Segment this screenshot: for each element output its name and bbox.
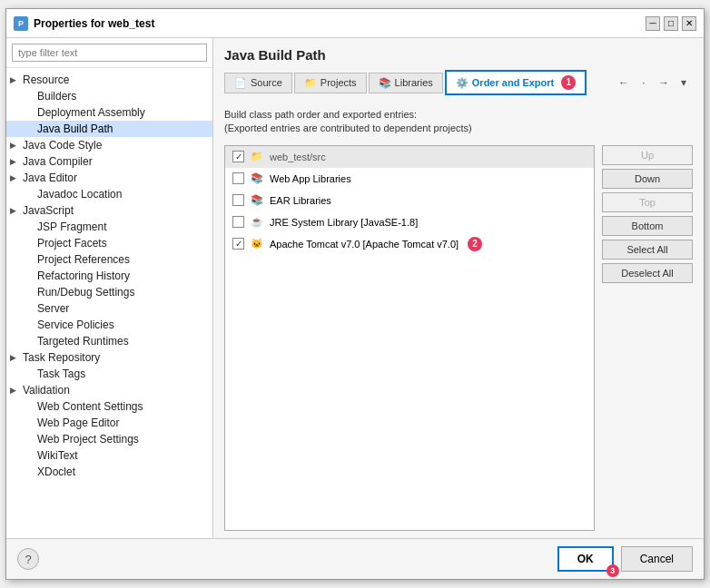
description-line2: (Exported entries are contributed to dep… — [224, 122, 472, 133]
sidebar-item[interactable]: Javadoc Location — [6, 186, 212, 202]
tab-icon: ⚙️ — [456, 77, 468, 89]
nav-back-button[interactable]: ← — [615, 74, 633, 92]
expand-arrow-icon: ▶ — [10, 353, 19, 362]
sidebar-item[interactable]: ▶JavaScript — [6, 202, 212, 219]
help-button[interactable]: ? — [17, 548, 39, 570]
filter-input[interactable] — [12, 44, 207, 62]
sidebar-item[interactable]: Server — [6, 300, 212, 317]
sidebar-item[interactable]: Service Policies — [6, 317, 212, 333]
tab-order-and-export[interactable]: ⚙️ Order and Export1 — [445, 70, 587, 95]
main-panel: Java Build Path 📄 Source📁 Projects📚 Libr… — [213, 38, 704, 538]
sidebar-item-label: Validation — [23, 384, 70, 397]
close-button[interactable]: ✕ — [682, 16, 696, 31]
entry-item[interactable]: 🐱Apache Tomcat v7.0 [Apache Tomcat v7.0]… — [225, 233, 594, 255]
sidebar-item[interactable]: ▶Java Editor — [6, 170, 212, 186]
select-all-button[interactable]: Select All — [602, 240, 693, 260]
tab-projects[interactable]: 📁 Projects — [294, 73, 367, 93]
sidebar-item[interactable]: JSP Fragment — [6, 219, 212, 235]
entry-checkbox[interactable] — [232, 194, 244, 206]
sidebar-item[interactable]: Project References — [6, 251, 212, 268]
maximize-button[interactable]: □ — [664, 16, 678, 31]
properties-window: P Properties for web_test ─ □ ✕ ▶Resourc… — [5, 8, 705, 580]
sidebar-item[interactable]: Builders — [6, 88, 212, 104]
bottom-button[interactable]: Bottom — [602, 216, 693, 236]
sidebar-item[interactable]: Project Facets — [6, 235, 212, 251]
entry-label: web_test/src — [270, 152, 326, 162]
panel-title: Java Build Path — [224, 47, 693, 63]
down-button[interactable]: Down — [602, 169, 693, 189]
sidebar-item-label: WikiText — [37, 449, 78, 462]
tab-icon: 📄 — [234, 77, 247, 89]
sidebar-item-label: Java Build Path — [37, 122, 113, 135]
sidebar-item-label: JavaScript — [23, 204, 74, 217]
sidebar-item[interactable]: ▶Resource — [6, 72, 212, 88]
badge3: 3 — [606, 564, 619, 577]
entry-checkbox[interactable] — [232, 238, 244, 250]
sidebar-item[interactable]: ▶Validation — [6, 382, 212, 398]
tab-label: Source — [251, 77, 282, 88]
nav-dropdown-button[interactable]: ▾ — [675, 74, 693, 92]
sidebar-item[interactable]: XDoclet — [6, 464, 212, 480]
title-bar-controls: ─ □ ✕ — [646, 16, 696, 31]
tab-label: Libraries — [395, 77, 433, 88]
expand-arrow-icon: ▶ — [10, 206, 19, 215]
expand-arrow-icon: ▶ — [10, 386, 19, 395]
sidebar-item[interactable]: WikiText — [6, 447, 212, 464]
sidebar-item[interactable]: Run/Debug Settings — [6, 284, 212, 300]
sidebar-item[interactable]: Deployment Assembly — [6, 104, 212, 121]
top-button[interactable]: Top — [602, 192, 693, 212]
footer-left: ? — [17, 548, 39, 570]
sidebar-item-label: Refactoring History — [37, 270, 130, 282]
entry-checkbox[interactable] — [232, 216, 244, 228]
sidebar-item-label: Project Facets — [37, 237, 107, 250]
badge1: 1 — [561, 75, 576, 90]
entry-item[interactable]: 📚EAR Libraries — [225, 190, 594, 211]
sidebar-item[interactable]: ▶Java Code Style — [6, 137, 212, 153]
sidebar-item-label: Resource — [23, 74, 69, 86]
sidebar-item[interactable]: ▶Task Repository — [6, 349, 212, 366]
expand-arrow-icon: ▶ — [10, 157, 19, 166]
tab-libraries[interactable]: 📚 Libraries — [369, 73, 443, 93]
entry-checkbox[interactable] — [232, 172, 244, 184]
up-button[interactable]: Up — [602, 145, 693, 165]
entries-list: 📁web_test/src📚Web App Libraries📚EAR Libr… — [224, 145, 595, 531]
entry-label: Apache Tomcat v7.0 [Apache Tomcat v7.0] — [270, 239, 459, 250]
ok-button[interactable]: OK — [557, 546, 614, 572]
entry-item[interactable]: 📁web_test/src — [225, 146, 594, 168]
sidebar-item[interactable]: Task Tags — [6, 366, 212, 382]
sidebar-item[interactable]: Web Content Settings — [6, 398, 212, 415]
tab-source[interactable]: 📄 Source — [224, 73, 292, 93]
entry-checkbox[interactable] — [232, 151, 244, 162]
sidebar-item[interactable]: ▶Java Compiler — [6, 153, 212, 170]
description: Build class path order and exported entr… — [224, 108, 693, 136]
sidebar-item-label: Java Code Style — [23, 139, 102, 152]
sidebar-item[interactable]: Refactoring History — [6, 268, 212, 284]
footer-right: OK 3 Cancel — [557, 546, 693, 572]
sidebar-item[interactable]: Web Project Settings — [6, 431, 212, 447]
expand-arrow-icon: ▶ — [10, 173, 19, 182]
nav-separator: · — [635, 74, 653, 92]
nav-forward-button[interactable]: → — [655, 74, 673, 92]
window-icon: P — [14, 16, 28, 31]
entry-type-icon: 📁 — [250, 150, 264, 164]
entry-label: EAR Libraries — [270, 195, 331, 206]
tab-icon: 📁 — [304, 77, 317, 89]
minimize-button[interactable]: ─ — [646, 16, 660, 31]
sidebar-item-label: Java Editor — [23, 172, 77, 184]
sidebar-item-label: Web Content Settings — [37, 400, 143, 413]
title-bar: P Properties for web_test ─ □ ✕ — [6, 9, 704, 38]
deselect-all-button[interactable]: Deselect All — [602, 263, 693, 283]
sidebar-item[interactable]: Web Page Editor — [6, 415, 212, 431]
sidebar-item-label: Java Compiler — [23, 155, 93, 168]
entry-type-icon: 📚 — [250, 193, 264, 208]
side-buttons: Up Down Top Bottom Select All Deselect A… — [602, 145, 693, 531]
cancel-button[interactable]: Cancel — [621, 546, 693, 572]
title-bar-left: P Properties for web_test — [14, 16, 154, 31]
sidebar-item-label: Web Page Editor — [37, 416, 120, 429]
expand-arrow-icon: ▶ — [10, 141, 19, 150]
entry-item[interactable]: 📚Web App Libraries — [225, 168, 594, 190]
sidebar-item[interactable]: Targeted Runtimes — [6, 333, 212, 349]
entry-label: JRE System Library [JavaSE-1.8] — [270, 217, 418, 228]
entry-item[interactable]: ☕JRE System Library [JavaSE-1.8] — [225, 211, 594, 233]
sidebar-item[interactable]: Java Build Path — [6, 121, 212, 137]
